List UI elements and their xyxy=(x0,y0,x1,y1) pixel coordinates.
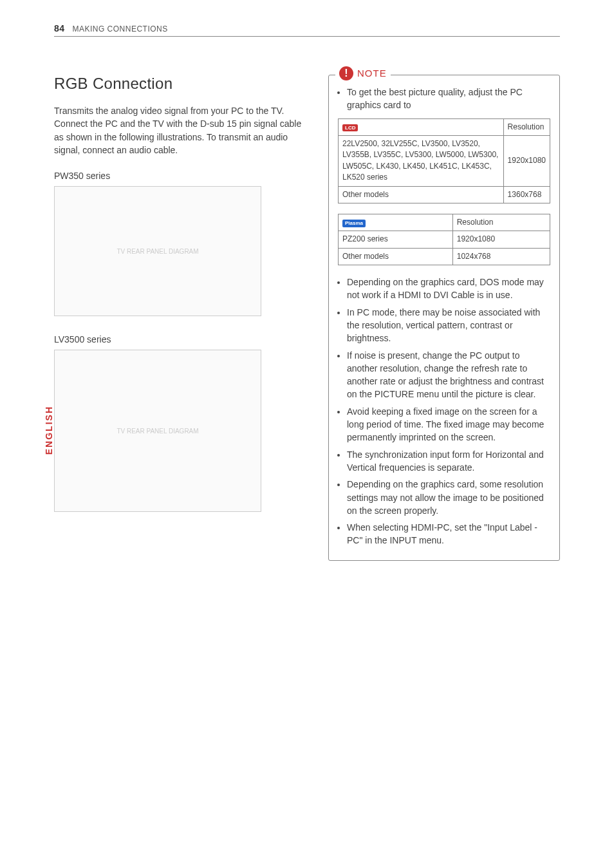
lcd-row1-models: Other models xyxy=(339,186,504,203)
plasma-badge-cell: Plasma xyxy=(339,214,453,231)
plasma-row1-models: Other models xyxy=(339,248,453,265)
right-column: ! NOTE To get the best picture quality, … xyxy=(328,75,560,561)
diagram-pw350 xyxy=(54,186,261,316)
plasma-row0-models: PZ200 series xyxy=(339,231,453,248)
note-bullet: In PC mode, there may be noise associate… xyxy=(347,306,550,345)
table-row: Other models 1360x768 xyxy=(339,186,550,203)
note-intro: To get the best picture quality, adjust … xyxy=(347,86,550,112)
rgb-intro: Transmits the analog video signal from y… xyxy=(54,104,312,156)
plasma-badge: Plasma xyxy=(342,220,366,227)
series-label-pw350: PW350 series xyxy=(54,171,312,181)
resolution-table-lcd: LCD Resolution 22LV2500, 32LV255C, LV350… xyxy=(338,118,550,203)
lcd-badge: LCD xyxy=(342,124,358,132)
lcd-res-header: Resolution xyxy=(503,118,550,135)
note-bullets: Depending on the graphics card, DOS mode… xyxy=(338,276,550,547)
note-label: NOTE xyxy=(357,66,387,80)
note-bullet: Avoid keeping a fixed image on the scree… xyxy=(347,405,550,444)
diagram-lv3500 xyxy=(54,350,261,512)
plasma-res-header: Resolution xyxy=(452,214,550,231)
language-tab: ENGLISH xyxy=(44,406,54,455)
page-section: MAKING CONNECTIONS xyxy=(72,24,167,33)
note-bullet: Depending on the graphics card, some res… xyxy=(347,478,550,517)
resolution-table-plasma: Plasma Resolution PZ200 series 1920x1080… xyxy=(338,214,550,265)
note-bullet: Depending on the graphics card, DOS mode… xyxy=(347,276,550,302)
table-row: PZ200 series 1920x1080 xyxy=(339,231,550,248)
table-row: 22LV2500, 32LV255C, LV3500, LV3520, LV35… xyxy=(339,135,550,186)
note-bullet: If noise is present, change the PC outpu… xyxy=(347,349,550,401)
alert-icon: ! xyxy=(339,66,353,80)
plasma-row1-res: 1024x768 xyxy=(452,248,550,265)
page-header: 84 MAKING CONNECTIONS xyxy=(54,23,168,33)
note-box: ! NOTE To get the best picture quality, … xyxy=(328,75,560,561)
note-bullet: When selecting HDMI-PC, set the "Input L… xyxy=(347,521,550,547)
lcd-row1-res: 1360x768 xyxy=(503,186,550,203)
lcd-row0-models: 22LV2500, 32LV255C, LV3500, LV3520, LV35… xyxy=(339,135,504,186)
plasma-row0-res: 1920x1080 xyxy=(452,231,550,248)
header-rule xyxy=(54,36,560,37)
page-number: 84 xyxy=(54,23,65,33)
left-column: RGB Connection Transmits the analog vide… xyxy=(54,75,312,530)
note-label-wrap: ! NOTE xyxy=(335,66,391,80)
table-row: Other models 1024x768 xyxy=(339,248,550,265)
series-label-lv3500: LV3500 series xyxy=(54,334,312,344)
lcd-badge-cell: LCD xyxy=(339,118,504,135)
note-bullet: The synchronization input form for Horiz… xyxy=(347,448,550,475)
lcd-row0-res: 1920x1080 xyxy=(503,135,550,186)
rgb-heading: RGB Connection xyxy=(54,75,312,93)
